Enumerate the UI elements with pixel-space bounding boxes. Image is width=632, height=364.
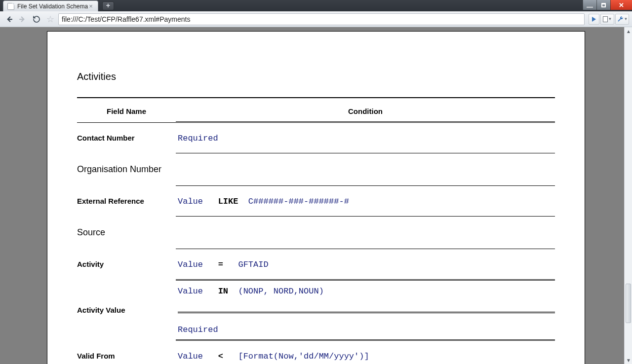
field-name-cell: Activity <box>77 249 176 279</box>
scroll-thumb[interactable] <box>626 284 631 323</box>
chevron-down-icon: ▼ <box>608 17 612 21</box>
field-name-cell: External Reference <box>77 186 176 216</box>
browser-tab[interactable]: File Set Validation Schema × <box>3 0 98 11</box>
condition-line: Value = GFTAID <box>178 260 555 269</box>
table-row: Activity ValueValue IN (NONP, NORD,NOUN)… <box>77 281 555 339</box>
arrow-left-icon <box>4 15 13 24</box>
field-name-cell: Valid From <box>77 341 176 364</box>
reload-button[interactable] <box>31 13 42 25</box>
condition-cell: Required <box>176 123 555 153</box>
bookmark-star-button[interactable]: ☆ <box>44 13 56 25</box>
condition-line: Required <box>178 134 555 143</box>
browser-toolbar: ☆ file:///C:/Test/CFP/Raffle67.xml#Payme… <box>0 11 632 27</box>
url-text: file:///C:/Test/CFP/Raffle67.xml#Payment… <box>62 15 190 23</box>
back-button[interactable] <box>3 13 15 25</box>
new-tab-button[interactable]: + <box>102 1 114 10</box>
close-tab-icon[interactable]: × <box>88 3 94 9</box>
table-row: Source <box>77 217 555 249</box>
field-name-cell: Contact Number <box>77 123 176 153</box>
condition-line: Value LIKE C######-###-######-# <box>178 197 555 206</box>
toolbar-right-cluster: ▼ ▼ <box>589 14 629 25</box>
page-menu-button[interactable]: ▼ <box>600 14 614 25</box>
window-minimize-button[interactable]: — <box>583 0 596 10</box>
page-icon <box>7 3 14 10</box>
table-row: ActivityValue = GFTAID <box>77 249 555 279</box>
window-maximize-button[interactable] <box>596 0 610 10</box>
reload-icon <box>33 15 40 23</box>
condition-cell <box>176 153 555 185</box>
schema-table: Field Name Condition Contact NumberRequi… <box>77 98 555 364</box>
wrench-icon <box>617 16 624 23</box>
window-close-button[interactable]: ✕ <box>610 0 632 10</box>
condition-cell: Value < [Format(Now,'dd/MM/yyyy')] <box>176 341 555 364</box>
condition-line: Value IN (NONP, NORD,NOUN) <box>178 287 555 296</box>
condition-line: Required <box>178 325 555 334</box>
wrench-menu-button[interactable]: ▼ <box>615 14 629 25</box>
play-icon <box>592 17 596 22</box>
scroll-down-arrow[interactable]: ▼ <box>625 356 632 364</box>
svg-marker-2 <box>592 17 596 22</box>
condition-cell: Value = GFTAID <box>176 249 555 279</box>
condition-line: Value < [Format(Now,'dd/MM/yyyy')] <box>178 352 555 361</box>
condition-separator <box>178 312 555 313</box>
tab-strip: File Set Validation Schema × + — ✕ <box>0 0 632 11</box>
forward-button[interactable] <box>17 13 29 25</box>
star-icon: ☆ <box>46 14 54 25</box>
document-page: Activities Field Name Condition Contact … <box>47 31 585 364</box>
viewport: Activities Field Name Condition Contact … <box>0 27 632 364</box>
arrow-right-icon <box>18 15 27 24</box>
vertical-scrollbar[interactable]: ▲ ▼ <box>624 27 632 364</box>
header-field-name: Field Name <box>77 107 176 115</box>
tab-title: File Set Validation Schema <box>17 3 88 10</box>
table-row: External ReferenceValue LIKE C######-###… <box>77 186 555 216</box>
play-button[interactable] <box>589 14 599 25</box>
field-name-cell: Organisation Number <box>77 153 176 185</box>
table-row: Valid FromValue < [Format(Now,'dd/MM/yyy… <box>77 341 555 364</box>
table-row: Organisation Number <box>77 153 555 185</box>
field-name-cell: Activity Value <box>77 281 176 339</box>
table-header-row: Field Name Condition <box>77 98 555 121</box>
address-bar[interactable]: file:///C:/Test/CFP/Raffle67.xml#Payment… <box>58 13 585 25</box>
table-row: Contact NumberRequired <box>77 123 555 153</box>
section-heading: Activities <box>77 71 555 82</box>
window-controls: — ✕ <box>583 0 632 10</box>
condition-cell: Value IN (NONP, NORD,NOUN)Required <box>176 281 555 339</box>
condition-cell <box>176 217 555 249</box>
condition-cell: Value LIKE C######-###-######-# <box>176 186 555 216</box>
scroll-up-arrow[interactable]: ▲ <box>625 27 632 35</box>
chevron-down-icon: ▼ <box>624 17 628 21</box>
page-icon-small <box>603 16 608 22</box>
field-name-cell: Source <box>77 217 176 249</box>
header-condition: Condition <box>176 107 555 115</box>
